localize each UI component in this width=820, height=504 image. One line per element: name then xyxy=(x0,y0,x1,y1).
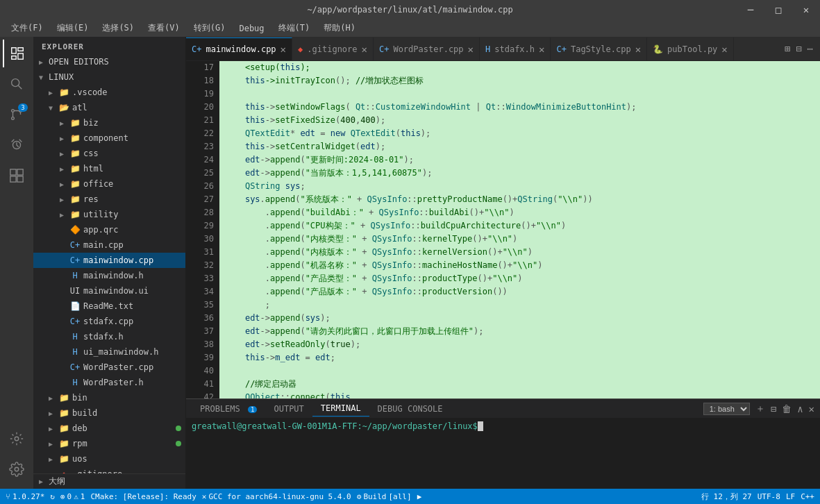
terminal-content[interactable]: greatwall@greatwall-GW-001M1A-FTF:~/app/… xyxy=(186,419,820,489)
chevron-right-icon: ▶ xyxy=(49,394,58,402)
tree-item-build[interactable]: ▶ 📁 build xyxy=(33,405,185,421)
panel-tab-output[interactable]: OUTPUT xyxy=(265,401,312,417)
close-panel-button[interactable]: ✕ xyxy=(809,403,814,414)
tab-close-button[interactable]: ✕ xyxy=(468,44,474,55)
tree-item-mainwindow-cpp[interactable]: C+ mainwindow.cpp xyxy=(33,253,185,268)
tree-item-mainwindow-ui[interactable]: UI mainwindow.ui xyxy=(33,283,185,299)
folder-icon: 📁 xyxy=(58,392,69,403)
tab-stdafx-h[interactable]: H stdafx.h ✕ xyxy=(480,37,551,60)
tab-wordpaster-cpp[interactable]: C+ WordPaster.cpp ✕ xyxy=(374,37,480,60)
status-position[interactable]: 行 12，列 27 xyxy=(701,492,752,502)
tree-item-wordpaster-cpp[interactable]: C+ WordPaster.cpp xyxy=(33,360,185,375)
activity-remote[interactable] xyxy=(3,425,31,453)
panel-tab-debug-console[interactable]: DEBUG CONSOLE xyxy=(369,401,451,417)
menu-select[interactable]: 选择(S) xyxy=(97,21,140,35)
status-run[interactable]: ▶ xyxy=(417,492,422,501)
tab-close-button[interactable]: ✕ xyxy=(281,44,286,55)
split-terminal-button[interactable]: ⊟ xyxy=(771,403,776,414)
delete-terminal-button[interactable]: 🗑 xyxy=(782,403,792,414)
cpp-tab-icon: C+ xyxy=(192,44,201,54)
sidebar-section-open-editors[interactable]: ▶ OPEN EDITORS xyxy=(33,54,185,69)
tree-item-stdafx-cpp[interactable]: C+ stdafx.cpp xyxy=(33,314,185,329)
menu-view[interactable]: 查看(V) xyxy=(142,21,185,35)
code-line-39: this->m_edt = edt; xyxy=(225,351,820,364)
maximize-button[interactable]: □ xyxy=(764,0,792,19)
tree-item-ui-mainwindow-h[interactable]: H ui_mainwindow.h xyxy=(33,344,185,360)
split-editor-button[interactable]: ⊟ xyxy=(794,42,803,56)
tab-gitignore[interactable]: ◆ .gitignore ✕ xyxy=(292,37,374,60)
collapse-panel-button[interactable]: ∧ xyxy=(797,403,803,414)
shell-selector[interactable]: 1: bash xyxy=(703,403,750,415)
tree-item-office[interactable]: ▶ 📁 office xyxy=(33,176,185,192)
status-errors[interactable]: ⊗ 0 ⚠ 1 xyxy=(60,492,85,501)
status-line-ending[interactable]: LF xyxy=(786,492,795,501)
position-label: 行 12，列 27 xyxy=(701,492,752,502)
tree-item-deb[interactable]: ▶ 📁 deb xyxy=(33,421,185,436)
tree-item-css[interactable]: ▶ 📁 css xyxy=(33,146,185,161)
sync-icon: ↻ xyxy=(50,492,55,501)
more-tabs-button[interactable]: ⋯ xyxy=(806,42,814,56)
tree-item-wordpaster-h[interactable]: H WordPaster.h xyxy=(33,375,185,390)
code-line-41: //绑定启动器 xyxy=(225,378,820,391)
git-branch-icon: ⑂ xyxy=(6,492,10,501)
status-language[interactable]: C++ xyxy=(801,492,814,501)
tree-item-vscode[interactable]: ▶ 📁 .vscode xyxy=(33,85,185,100)
svg-rect-1 xyxy=(18,48,23,51)
status-gcc[interactable]: ✕ GCC for aarch64-linux-gnu 5.4.0 xyxy=(202,492,351,501)
status-build[interactable]: ⚙ Build [all] xyxy=(357,492,412,501)
warning-count: 1 xyxy=(81,492,85,501)
tree-item-mainwindow-h[interactable]: H mainwindow.h xyxy=(33,268,185,283)
code-editor[interactable]: <setup(this); this->initTrayIcon(); //增加… xyxy=(219,61,820,398)
tab-close-button[interactable]: ✕ xyxy=(362,44,367,55)
folder-icon: 📁 xyxy=(69,163,81,174)
tab-close-button[interactable]: ✕ xyxy=(635,44,641,55)
activity-explorer[interactable] xyxy=(3,40,31,67)
tab-close-button[interactable]: ✕ xyxy=(539,44,544,55)
menu-debug[interactable]: Debug xyxy=(233,22,269,35)
tree-item-biz[interactable]: ▶ 📁 biz xyxy=(33,115,185,131)
sidebar-outline-section[interactable]: ▶ 大纲 xyxy=(33,473,185,489)
activity-settings[interactable] xyxy=(3,455,31,483)
status-cmake[interactable]: CMake: [Release]: Ready xyxy=(90,492,196,501)
tab-mainwindow-cpp[interactable]: C+ mainwindow.cpp ✕ xyxy=(186,37,292,60)
close-button[interactable]: ✕ xyxy=(792,0,820,19)
tree-item-res[interactable]: ▶ 📁 res xyxy=(33,192,185,207)
activity-debug[interactable] xyxy=(3,131,31,159)
tree-item-html[interactable]: ▶ 📁 html xyxy=(33,161,185,176)
tree-item-utility[interactable]: ▶ 📁 utility xyxy=(33,207,185,222)
activity-extensions[interactable] xyxy=(3,162,31,190)
menu-terminal[interactable]: 终端(T) xyxy=(273,21,316,35)
open-editors-button[interactable]: ⊞ xyxy=(783,42,792,56)
code-line-28: .append("buildAbi：" + QSysInfo::buildAbi… xyxy=(225,206,820,219)
activity-git[interactable]: 3 xyxy=(3,101,31,128)
tree-item-rpm[interactable]: ▶ 📁 rpm xyxy=(33,436,185,451)
panel-tab-problems[interactable]: PROBLEMS 1 xyxy=(192,401,265,417)
error-icon: ⊗ xyxy=(60,492,65,501)
tree-item-bin[interactable]: ▶ 📁 bin xyxy=(33,390,185,405)
menu-goto[interactable]: 转到(G) xyxy=(188,21,231,35)
status-sync[interactable]: ↻ xyxy=(50,492,55,501)
tab-label: WordPaster.cpp xyxy=(393,44,463,54)
add-terminal-button[interactable]: ＋ xyxy=(755,403,765,415)
status-encoding[interactable]: UTF-8 xyxy=(758,492,780,501)
minimize-button[interactable]: ─ xyxy=(737,0,764,19)
build-icon: ⚙ xyxy=(357,492,362,501)
tab-close-button[interactable]: ✕ xyxy=(721,44,727,55)
tab-pubtool-py[interactable]: 🐍 pubTool.py ✕ xyxy=(647,37,734,60)
tree-item-readme[interactable]: 📄 ReadMe.txt xyxy=(33,299,185,314)
tree-item-app-qrc[interactable]: 🔶 app.qrc xyxy=(33,222,185,237)
tree-item-atl[interactable]: ▼ 📂 atl xyxy=(33,100,185,115)
tree-item-main-cpp[interactable]: C+ main.cpp xyxy=(33,237,185,253)
tree-item-stdafx-h[interactable]: H stdafx.h xyxy=(33,329,185,344)
tab-tagstyle-cpp[interactable]: C+ TagStyle.cpp ✕ xyxy=(551,37,647,60)
menu-file[interactable]: 文件(F) xyxy=(6,21,49,35)
activity-search[interactable] xyxy=(3,70,31,98)
status-branch[interactable]: ⑂ 1.0.27* xyxy=(6,492,44,501)
menu-edit[interactable]: 编辑(E) xyxy=(51,21,94,35)
tree-item-uos[interactable]: ▶ 📁 uos xyxy=(33,451,185,467)
panel-tab-terminal[interactable]: TERMINAL xyxy=(312,401,369,417)
sidebar-section-linux[interactable]: ▼ LINUX xyxy=(33,69,185,85)
tree-item-component[interactable]: ▶ 📁 component xyxy=(33,131,185,146)
menu-help[interactable]: 帮助(H) xyxy=(318,21,361,35)
tree-item-gitignore[interactable]: ◆ .gitignore xyxy=(33,467,185,473)
